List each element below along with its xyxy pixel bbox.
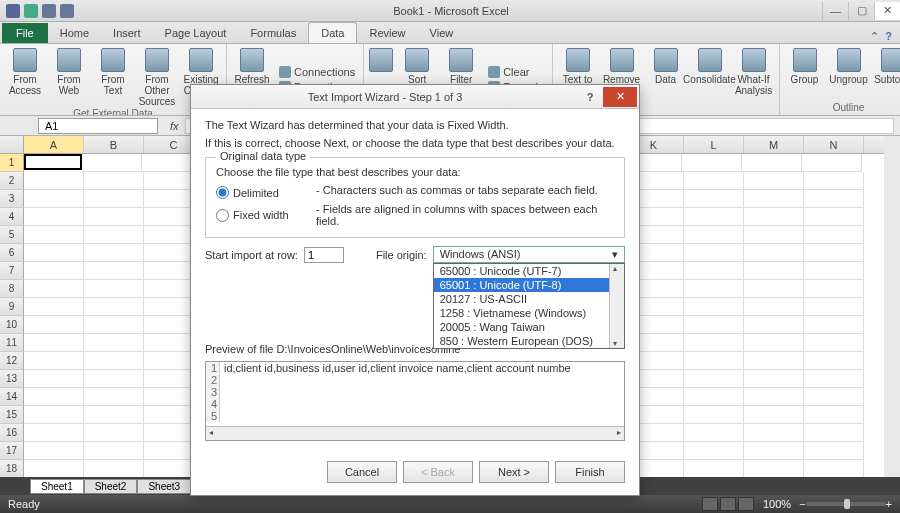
row-header[interactable]: 4: [0, 208, 24, 226]
tab-insert[interactable]: Insert: [101, 23, 153, 43]
preview-horizontal-scrollbar[interactable]: [206, 426, 624, 440]
cell[interactable]: [684, 406, 744, 424]
cell[interactable]: [84, 316, 144, 334]
row-header[interactable]: 5: [0, 226, 24, 244]
row-header[interactable]: 11: [0, 334, 24, 352]
cell[interactable]: [24, 280, 84, 298]
next-button[interactable]: Next >: [479, 461, 549, 483]
cell[interactable]: [804, 424, 864, 442]
cell[interactable]: [744, 460, 804, 477]
redo-icon[interactable]: [60, 4, 74, 18]
back-button[interactable]: < Back: [403, 461, 473, 483]
cell[interactable]: [744, 172, 804, 190]
file-origin-select[interactable]: Windows (ANSI) ▾: [433, 246, 625, 263]
maximize-button[interactable]: ▢: [848, 2, 874, 20]
cell[interactable]: [84, 352, 144, 370]
row-header[interactable]: 10: [0, 316, 24, 334]
column-header[interactable]: L: [684, 136, 744, 153]
from-access-button[interactable]: From Access: [4, 46, 46, 107]
cell[interactable]: [84, 172, 144, 190]
cell[interactable]: [804, 226, 864, 244]
cell[interactable]: [684, 298, 744, 316]
tab-view[interactable]: View: [418, 23, 466, 43]
cell[interactable]: [804, 406, 864, 424]
data-validation-button[interactable]: Data: [645, 46, 687, 113]
cell[interactable]: [804, 190, 864, 208]
cell[interactable]: [84, 388, 144, 406]
sheet-tab-1[interactable]: Sheet1: [30, 479, 84, 494]
view-page-layout-button[interactable]: [720, 497, 736, 511]
cell[interactable]: [684, 442, 744, 460]
cell[interactable]: [684, 190, 744, 208]
cell[interactable]: [744, 262, 804, 280]
row-header[interactable]: 6: [0, 244, 24, 262]
minimize-button[interactable]: —: [822, 2, 848, 20]
ribbon-minimize-icon[interactable]: ⌃: [870, 30, 879, 43]
row-header[interactable]: 3: [0, 190, 24, 208]
cell[interactable]: [744, 352, 804, 370]
from-other-button[interactable]: From Other Sources: [136, 46, 178, 107]
cell[interactable]: [804, 388, 864, 406]
row-header[interactable]: 14: [0, 388, 24, 406]
tab-file[interactable]: File: [2, 23, 48, 43]
tab-page-layout[interactable]: Page Layout: [153, 23, 239, 43]
origin-option[interactable]: 20005 : Wang Taiwan: [434, 320, 624, 334]
origin-option[interactable]: 65000 : Unicode (UTF-7): [434, 264, 624, 278]
cell[interactable]: [744, 406, 804, 424]
cell[interactable]: [804, 334, 864, 352]
cell[interactable]: [84, 370, 144, 388]
row-header[interactable]: 7: [0, 262, 24, 280]
cell[interactable]: [684, 316, 744, 334]
column-header[interactable]: B: [84, 136, 144, 153]
cell[interactable]: [24, 172, 84, 190]
row-header[interactable]: 8: [0, 280, 24, 298]
row-header[interactable]: 18: [0, 460, 24, 477]
cell[interactable]: [684, 262, 744, 280]
cell[interactable]: [744, 442, 804, 460]
dialog-help-button[interactable]: ?: [579, 91, 601, 103]
cell[interactable]: [24, 298, 84, 316]
cell[interactable]: [744, 208, 804, 226]
finish-button[interactable]: Finish: [555, 461, 625, 483]
column-header[interactable]: M: [744, 136, 804, 153]
cell[interactable]: [84, 406, 144, 424]
origin-option[interactable]: 65001 : Unicode (UTF-8): [434, 278, 624, 292]
cell[interactable]: [744, 244, 804, 262]
cell[interactable]: [804, 280, 864, 298]
cell[interactable]: [684, 460, 744, 477]
consolidate-button[interactable]: Consolidate: [689, 46, 731, 113]
cell[interactable]: [744, 316, 804, 334]
cell[interactable]: [84, 244, 144, 262]
cell[interactable]: [742, 154, 802, 172]
cell[interactable]: [684, 244, 744, 262]
zoom-level[interactable]: 100%: [763, 498, 791, 510]
cell[interactable]: [24, 460, 84, 477]
tab-home[interactable]: Home: [48, 23, 101, 43]
sheet-tab-3[interactable]: Sheet3: [137, 479, 191, 494]
cell[interactable]: [82, 154, 142, 172]
group-button[interactable]: Group: [784, 46, 826, 101]
undo-icon[interactable]: [42, 4, 56, 18]
cell[interactable]: [804, 172, 864, 190]
cell[interactable]: [744, 226, 804, 244]
connections-button[interactable]: Connections: [275, 65, 359, 79]
row-header[interactable]: 17: [0, 442, 24, 460]
row-header[interactable]: 16: [0, 424, 24, 442]
cell[interactable]: [804, 244, 864, 262]
view-page-break-button[interactable]: [738, 497, 754, 511]
cell[interactable]: [684, 388, 744, 406]
ungroup-button[interactable]: Ungroup: [828, 46, 870, 101]
cell[interactable]: [24, 262, 84, 280]
radio-fixed-width[interactable]: Fixed width: [216, 205, 316, 225]
row-header[interactable]: 13: [0, 370, 24, 388]
tab-formulas[interactable]: Formulas: [238, 23, 308, 43]
from-web-button[interactable]: From Web: [48, 46, 90, 107]
subtotal-button[interactable]: Subtotal: [872, 46, 900, 101]
tab-review[interactable]: Review: [357, 23, 417, 43]
cell[interactable]: [744, 334, 804, 352]
cell[interactable]: [744, 370, 804, 388]
cell[interactable]: [84, 190, 144, 208]
origin-option[interactable]: 850 : Western European (DOS): [434, 334, 624, 348]
dropdown-scrollbar[interactable]: [609, 264, 624, 348]
cell[interactable]: [24, 406, 84, 424]
